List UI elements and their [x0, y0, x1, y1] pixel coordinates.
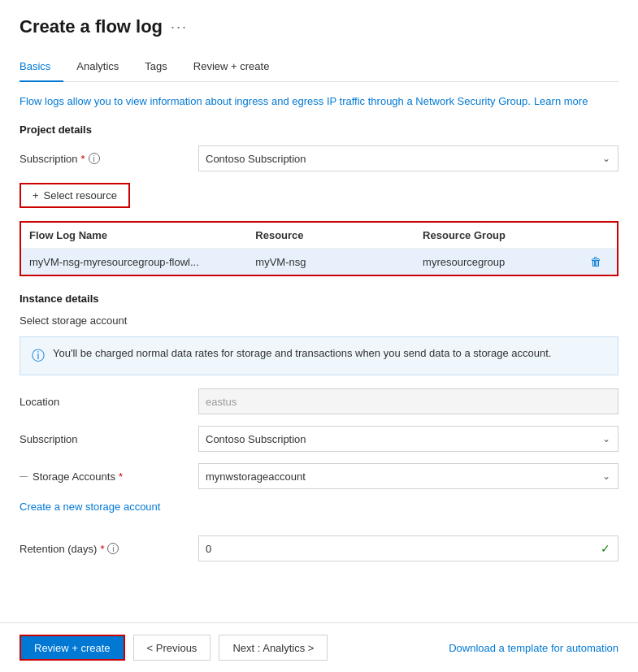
col-header-resourcegroup: Resource Group: [414, 222, 582, 249]
subscription-label: Subscription * i: [20, 153, 198, 165]
table-row: myVM-nsg-myresourcegroup-flowl... myVM-n…: [20, 249, 618, 276]
instance-subscription-label: Subscription: [20, 433, 198, 445]
retention-input-wrapper: ✓: [198, 535, 618, 561]
instance-details-title: Instance details: [20, 293, 618, 305]
col-header-flowname: Flow Log Name: [20, 222, 247, 249]
subscription-required: *: [81, 153, 85, 165]
tabs-container: Basics Analytics Tags Review + create: [20, 54, 618, 82]
location-row: Location eastus: [20, 388, 618, 414]
storage-accounts-select[interactable]: mynwstorageaccount: [198, 463, 618, 489]
cell-delete: 🗑: [582, 249, 618, 276]
retention-info-icon[interactable]: i: [107, 543, 119, 554]
select-resource-plus-icon: +: [33, 189, 39, 202]
location-control: eastus: [198, 388, 618, 414]
previous-button[interactable]: < Previous: [133, 635, 211, 661]
subscription-row: Subscription * i Contoso Subscription ⌄: [20, 145, 618, 171]
subscription-select-wrapper: Contoso Subscription ⌄: [198, 145, 618, 171]
footer: Review + create < Previous Next : Analyt…: [0, 622, 638, 672]
next-analytics-button[interactable]: Next : Analytics >: [219, 635, 328, 661]
info-bar-text: Flow logs allow you to view information …: [20, 95, 531, 107]
col-header-action: [582, 222, 618, 249]
location-label: Location: [20, 396, 198, 408]
retention-row: Retention (days) * i ✓: [20, 535, 618, 561]
project-details-title: Project details: [20, 124, 618, 136]
delete-row-icon[interactable]: 🗑: [590, 255, 601, 268]
cell-resource: myVM-nsg: [247, 249, 414, 276]
subscription-select[interactable]: Contoso Subscription: [198, 145, 618, 171]
instance-subscription-select-wrapper: Contoso Subscription ⌄: [198, 426, 618, 452]
learn-more-link[interactable]: Learn more: [534, 95, 588, 107]
info-notice-text: You'll be charged normal data rates for …: [53, 347, 551, 359]
create-storage-account-link[interactable]: Create a new storage account: [20, 501, 160, 513]
info-notice: ⓘ You'll be charged normal data rates fo…: [20, 336, 618, 375]
review-create-button[interactable]: Review + create: [20, 635, 125, 661]
storage-accounts-select-wrapper: mynwstorageaccount ⌄: [198, 463, 618, 489]
create-storage-link-container: Create a new storage account: [20, 501, 618, 524]
instance-subscription-row: Subscription Contoso Subscription ⌄: [20, 426, 618, 452]
retention-valid-icon: ✓: [601, 542, 610, 555]
tab-basics[interactable]: Basics: [20, 54, 63, 82]
resource-table: Flow Log Name Resource Resource Group my…: [20, 221, 618, 276]
cell-resourcegroup: myresourcegroup: [414, 249, 582, 276]
location-input: eastus: [198, 388, 618, 414]
instance-subscription-select[interactable]: Contoso Subscription: [198, 426, 618, 452]
retention-label: Retention (days) * i: [20, 543, 198, 555]
download-template-link[interactable]: Download a template for automation: [449, 642, 618, 654]
retention-required: *: [100, 543, 104, 555]
cell-flowname: myVM-nsg-myresourcegroup-flowl...: [20, 249, 247, 276]
retention-control: ✓: [198, 535, 618, 561]
select-storage-label: Select storage account: [20, 314, 618, 327]
col-header-resource: Resource: [247, 222, 414, 249]
tab-analytics[interactable]: Analytics: [76, 54, 132, 82]
subscription-control: Contoso Subscription ⌄: [198, 145, 618, 171]
storage-accounts-required: *: [119, 470, 123, 483]
info-bar: Flow logs allow you to view information …: [20, 95, 618, 107]
info-notice-icon: ⓘ: [32, 348, 45, 365]
retention-input[interactable]: [198, 535, 618, 561]
storage-accounts-row: Storage Accounts * mynwstorageaccount ⌄: [20, 463, 618, 489]
tab-tags[interactable]: Tags: [145, 54, 180, 82]
subscription-info-icon[interactable]: i: [89, 153, 100, 164]
storage-accounts-control: mynwstorageaccount ⌄: [198, 463, 618, 489]
page-title: Create a flow log: [20, 16, 163, 37]
storage-accounts-label: Storage Accounts *: [20, 470, 198, 483]
select-resource-button[interactable]: + Select resource: [20, 183, 130, 208]
page-title-ellipsis: ···: [171, 19, 188, 36]
instance-subscription-control: Contoso Subscription ⌄: [198, 426, 618, 452]
tab-review-create[interactable]: Review + create: [193, 54, 283, 82]
select-resource-label: Select resource: [44, 189, 117, 202]
